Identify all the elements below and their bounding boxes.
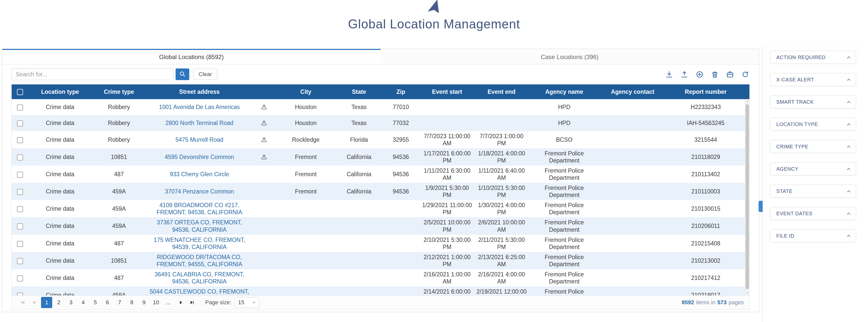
row-checkbox[interactable] [17,293,23,295]
street-address-link[interactable]: 37367 ORTEGA CO, FREMONT, 94536, CALIFOR… [157,219,242,233]
tab-global-locations[interactable]: Global Locations (8592) [2,49,380,64]
row-checkbox[interactable] [17,105,23,111]
col-header-crime-type[interactable]: Crime type [92,84,146,99]
first-page-icon[interactable] [17,297,28,308]
cell-location-type: Crime data [28,252,92,269]
page-button[interactable]: 8 [126,297,137,308]
cell-agency-name: Fremont Police Department [529,166,600,183]
street-address-link[interactable]: 5475 Murrell Road [175,137,223,143]
row-checkbox[interactable] [17,223,23,230]
cell-crime-type: 459A [92,217,146,235]
prev-page-icon[interactable] [28,297,39,308]
scrollbar-thumb[interactable] [746,104,749,289]
row-checkbox[interactable] [17,258,23,264]
row-checkbox[interactable] [17,275,23,282]
filter-accordion[interactable]: LOCATION TYPE [770,118,856,131]
col-header-event-end[interactable]: Event end [474,84,529,99]
col-header-event-start[interactable]: Event start [420,84,474,99]
cell-agency-name: Fremont Police Department [529,269,600,287]
page-button[interactable]: ... [163,297,174,308]
accordion-label: LOCATION TYPE [776,121,818,127]
cell-crime-type: 487 [92,235,146,252]
cell-warning: ⚠ [253,287,275,295]
filter-accordion[interactable]: STATE [770,184,856,198]
filter-accordion[interactable]: FILE ID [770,229,856,242]
col-header-zip[interactable]: Zip [382,84,420,99]
refresh-icon[interactable] [741,70,750,79]
page-button[interactable]: 2 [53,297,64,308]
download-icon[interactable] [664,70,674,79]
street-address-link[interactable]: 4109 BROADMOOR CO #217, FREMONT, 94538, … [157,202,243,215]
col-header-agency-contact[interactable]: Agency contact [600,84,665,99]
clear-button[interactable]: Clear [193,69,217,80]
filter-accordion[interactable]: CRIME TYPE [770,140,856,153]
filter-accordion[interactable]: X-CASE ALERT [770,73,856,86]
upload-icon[interactable] [680,70,689,79]
cell-agency-contact [600,287,665,295]
tab-case-locations[interactable]: Case Locations (396) [380,49,759,64]
cell-zip [382,269,420,287]
cell-zip [382,252,420,269]
scroll-up-icon[interactable] [745,99,749,104]
page-button[interactable]: 1 [41,297,52,308]
page-button[interactable]: 9 [138,297,150,308]
briefcase-icon[interactable] [725,70,735,79]
cell-event-start: 1/29/2021 11:00:00 PM [420,200,474,217]
page-button[interactable]: 3 [65,297,76,308]
page-button[interactable]: 7 [114,297,125,308]
street-address-link[interactable]: 37074 Penzance Common [165,188,234,195]
street-address-link[interactable]: 175 WENATCHEE CO, FREMONT, 94539, CALIFO… [154,237,245,250]
street-address-link[interactable]: 5044 CASTLEWOOD CO, FREMONT, 94536, CALI… [150,288,249,295]
sidebar-toggle-handle[interactable] [758,201,763,212]
row-checkbox[interactable] [17,206,23,212]
cell-city: Rockledge [275,131,336,148]
row-checkbox[interactable] [17,241,23,247]
page-size-select[interactable]: 15 [235,297,259,308]
cell-warning: ⚠ [253,217,275,235]
street-address-link[interactable]: 933 Cherry Glen Circle [170,171,229,177]
cell-street-address: 4109 BROADMOOR CO #217, FREMONT, 94538, … [146,200,253,217]
search-button[interactable] [176,68,189,80]
row-checkbox[interactable] [17,189,23,195]
street-address-link[interactable]: RIDGEWOOD DR/TACOMA CO, FREMONT, 94555, … [157,254,243,267]
col-header-state[interactable]: State [336,84,382,99]
last-page-icon[interactable] [186,297,197,308]
add-circle-icon[interactable] [695,70,704,79]
filter-accordion[interactable]: EVENT DATES [770,207,856,220]
page-button[interactable]: 6 [102,297,113,308]
next-page-icon[interactable] [175,297,186,308]
search-input[interactable] [11,68,174,80]
street-address-link[interactable]: 2800 North Terminal Road [165,120,233,126]
col-header-city[interactable]: City [275,84,336,99]
row-checkbox[interactable] [17,154,23,160]
row-checkbox[interactable] [17,137,23,143]
cell-street-address: 175 WENATCHEE CO, FREMONT, 94539, CALIFO… [146,235,253,252]
street-address-link[interactable]: 1001 Avenida De Las Americas [159,104,240,110]
row-checkbox[interactable] [17,172,23,178]
col-header-location-type[interactable]: Location type [28,84,92,99]
cell-location-type: Crime data [28,115,92,131]
filter-accordion[interactable]: AGENCY [770,162,856,175]
scroll-down-icon[interactable] [745,290,749,295]
col-header-report-number[interactable]: Report number [665,84,746,99]
vertical-scrollbar[interactable] [745,99,749,295]
tabstrip: Global Locations (8592) Case Locations (… [2,49,759,64]
trash-icon[interactable] [710,70,719,79]
cell-warning: ⚠ [253,115,275,131]
select-all-checkbox[interactable] [17,89,23,95]
filter-accordion[interactable]: ACTION REQUIRED [770,51,856,64]
col-header-agency-name[interactable]: Agency name [529,84,600,99]
cell-event-start [420,115,474,131]
cell-city [275,217,336,235]
filter-accordion[interactable]: SMART TRACK [770,95,856,109]
page-button[interactable]: 4 [78,297,89,308]
page-button[interactable]: 5 [90,297,101,308]
col-header-street-address[interactable]: Street address [146,84,253,99]
cell-report-number: 210130015 [665,200,746,217]
cell-event-start: 2/10/2021 5:30:00 PM [420,235,474,252]
street-address-link[interactable]: 36491 CALABRIA CO, FREMONT, 94536, CALIF… [155,271,244,285]
page-button[interactable]: 10 [151,297,162,308]
street-address-link[interactable]: 4595 Devonshire Common [165,154,234,160]
cell-select [12,217,28,235]
row-checkbox[interactable] [17,120,23,126]
